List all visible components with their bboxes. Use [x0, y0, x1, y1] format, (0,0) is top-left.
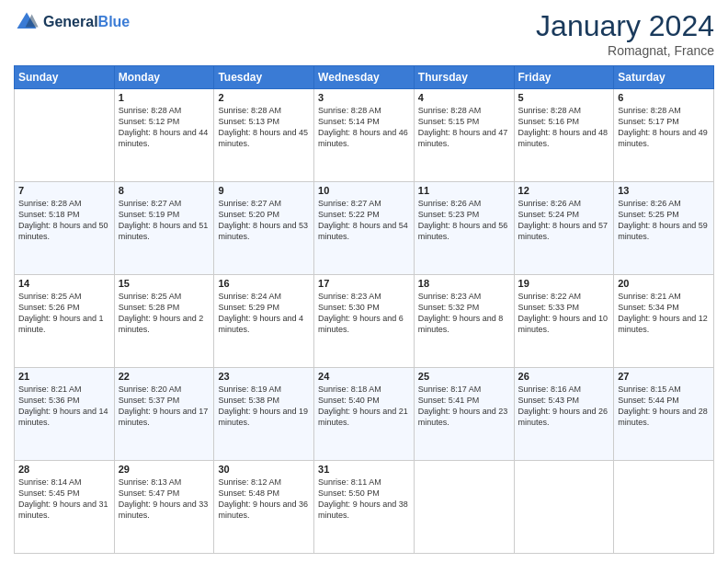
calendar-cell: 7Sunrise: 8:28 AMSunset: 5:18 PMDaylight… — [15, 182, 115, 275]
day-number: 15 — [119, 278, 210, 289]
calendar-day-header: Tuesday — [214, 66, 314, 89]
cell-info: Sunrise: 8:26 AMSunset: 5:24 PMDaylight:… — [518, 198, 610, 243]
calendar-header-row: SundayMondayTuesdayWednesdayThursdayFrid… — [15, 66, 714, 89]
calendar-cell: 22Sunrise: 8:20 AMSunset: 5:37 PMDayligh… — [114, 368, 214, 461]
day-number: 16 — [218, 278, 310, 289]
day-number: 30 — [218, 464, 310, 475]
calendar-week-row: 14Sunrise: 8:25 AMSunset: 5:26 PMDayligh… — [15, 275, 714, 368]
day-number: 1 — [119, 92, 210, 103]
logo: GeneralBlue — [14, 9, 130, 35]
calendar-week-row: 1Sunrise: 8:28 AMSunset: 5:12 PMDaylight… — [15, 89, 714, 182]
cell-info: Sunrise: 8:15 AMSunset: 5:44 PMDaylight:… — [618, 384, 710, 429]
day-number: 20 — [618, 278, 710, 289]
calendar-cell — [414, 461, 514, 554]
calendar-cell: 11Sunrise: 8:26 AMSunset: 5:23 PMDayligh… — [414, 182, 514, 275]
cell-info: Sunrise: 8:21 AMSunset: 5:34 PMDaylight:… — [618, 291, 710, 336]
calendar-cell: 1Sunrise: 8:28 AMSunset: 5:12 PMDaylight… — [114, 89, 214, 182]
calendar-day-header: Thursday — [414, 66, 514, 89]
calendar-cell: 21Sunrise: 8:21 AMSunset: 5:36 PMDayligh… — [15, 368, 115, 461]
cell-info: Sunrise: 8:22 AMSunset: 5:33 PMDaylight:… — [518, 291, 610, 336]
cell-info: Sunrise: 8:28 AMSunset: 5:18 PMDaylight:… — [18, 198, 110, 243]
calendar-day-header: Friday — [514, 66, 614, 89]
day-number: 28 — [18, 464, 110, 475]
calendar-cell: 24Sunrise: 8:18 AMSunset: 5:40 PMDayligh… — [314, 368, 415, 461]
calendar-cell: 28Sunrise: 8:14 AMSunset: 5:45 PMDayligh… — [15, 461, 115, 554]
location: Romagnat, France — [536, 43, 714, 58]
day-number: 5 — [518, 92, 610, 103]
calendar-cell — [514, 461, 614, 554]
cell-info: Sunrise: 8:21 AMSunset: 5:36 PMDaylight:… — [18, 384, 110, 429]
cell-info: Sunrise: 8:28 AMSunset: 5:12 PMDaylight:… — [119, 105, 210, 150]
day-number: 9 — [218, 185, 310, 196]
day-number: 3 — [318, 92, 410, 103]
calendar-cell: 3Sunrise: 8:28 AMSunset: 5:14 PMDaylight… — [314, 89, 415, 182]
day-number: 27 — [618, 371, 710, 382]
calendar-cell: 4Sunrise: 8:28 AMSunset: 5:15 PMDaylight… — [414, 89, 514, 182]
day-number: 25 — [418, 371, 510, 382]
calendar-cell: 16Sunrise: 8:24 AMSunset: 5:29 PMDayligh… — [214, 275, 314, 368]
calendar-cell: 13Sunrise: 8:26 AMSunset: 5:25 PMDayligh… — [614, 182, 714, 275]
title-area: January 2024 Romagnat, France — [536, 9, 714, 58]
calendar-cell: 17Sunrise: 8:23 AMSunset: 5:30 PMDayligh… — [314, 275, 415, 368]
cell-info: Sunrise: 8:19 AMSunset: 5:38 PMDaylight:… — [218, 384, 310, 429]
cell-info: Sunrise: 8:28 AMSunset: 5:17 PMDaylight:… — [618, 105, 710, 150]
day-number: 11 — [418, 185, 510, 196]
day-number: 8 — [119, 185, 210, 196]
cell-info: Sunrise: 8:11 AMSunset: 5:50 PMDaylight:… — [318, 477, 410, 522]
calendar-cell: 5Sunrise: 8:28 AMSunset: 5:16 PMDaylight… — [514, 89, 614, 182]
day-number: 13 — [618, 185, 710, 196]
calendar-cell: 27Sunrise: 8:15 AMSunset: 5:44 PMDayligh… — [614, 368, 714, 461]
day-number: 19 — [518, 278, 610, 289]
day-number: 6 — [618, 92, 710, 103]
calendar-day-header: Monday — [114, 66, 214, 89]
day-number: 24 — [318, 371, 410, 382]
page: GeneralBlue January 2024 Romagnat, Franc… — [0, 0, 728, 563]
day-number: 21 — [18, 371, 110, 382]
calendar-cell: 18Sunrise: 8:23 AMSunset: 5:32 PMDayligh… — [414, 275, 514, 368]
day-number: 29 — [119, 464, 210, 475]
calendar-table: SundayMondayTuesdayWednesdayThursdayFrid… — [14, 65, 714, 554]
calendar-cell: 19Sunrise: 8:22 AMSunset: 5:33 PMDayligh… — [514, 275, 614, 368]
logo-general: General — [43, 14, 98, 29]
calendar-week-row: 7Sunrise: 8:28 AMSunset: 5:18 PMDaylight… — [15, 182, 714, 275]
calendar-day-header: Sunday — [15, 66, 115, 89]
day-number: 23 — [218, 371, 310, 382]
calendar-cell: 8Sunrise: 8:27 AMSunset: 5:19 PMDaylight… — [114, 182, 214, 275]
calendar-cell: 10Sunrise: 8:27 AMSunset: 5:22 PMDayligh… — [314, 182, 415, 275]
logo-icon — [14, 9, 40, 35]
cell-info: Sunrise: 8:16 AMSunset: 5:43 PMDaylight:… — [518, 384, 610, 429]
logo-text: GeneralBlue — [43, 14, 130, 30]
day-number: 26 — [518, 371, 610, 382]
cell-info: Sunrise: 8:23 AMSunset: 5:32 PMDaylight:… — [418, 291, 510, 336]
calendar-cell — [15, 89, 115, 182]
day-number: 17 — [318, 278, 410, 289]
cell-info: Sunrise: 8:27 AMSunset: 5:19 PMDaylight:… — [119, 198, 210, 243]
calendar-cell: 12Sunrise: 8:26 AMSunset: 5:24 PMDayligh… — [514, 182, 614, 275]
day-number: 31 — [318, 464, 410, 475]
cell-info: Sunrise: 8:27 AMSunset: 5:22 PMDaylight:… — [318, 198, 410, 243]
calendar-week-row: 28Sunrise: 8:14 AMSunset: 5:45 PMDayligh… — [15, 461, 714, 554]
calendar-day-header: Wednesday — [314, 66, 415, 89]
cell-info: Sunrise: 8:12 AMSunset: 5:48 PMDaylight:… — [218, 477, 310, 522]
day-number: 7 — [18, 185, 110, 196]
cell-info: Sunrise: 8:24 AMSunset: 5:29 PMDaylight:… — [218, 291, 310, 336]
calendar-cell: 2Sunrise: 8:28 AMSunset: 5:13 PMDaylight… — [214, 89, 314, 182]
cell-info: Sunrise: 8:20 AMSunset: 5:37 PMDaylight:… — [119, 384, 210, 429]
calendar-cell — [614, 461, 714, 554]
cell-info: Sunrise: 8:25 AMSunset: 5:26 PMDaylight:… — [18, 291, 110, 336]
calendar-cell: 29Sunrise: 8:13 AMSunset: 5:47 PMDayligh… — [114, 461, 214, 554]
day-number: 10 — [318, 185, 410, 196]
header: GeneralBlue January 2024 Romagnat, Franc… — [14, 9, 714, 58]
calendar-cell: 25Sunrise: 8:17 AMSunset: 5:41 PMDayligh… — [414, 368, 514, 461]
cell-info: Sunrise: 8:23 AMSunset: 5:30 PMDaylight:… — [318, 291, 410, 336]
cell-info: Sunrise: 8:28 AMSunset: 5:13 PMDaylight:… — [218, 105, 310, 150]
calendar-cell: 6Sunrise: 8:28 AMSunset: 5:17 PMDaylight… — [614, 89, 714, 182]
cell-info: Sunrise: 8:13 AMSunset: 5:47 PMDaylight:… — [119, 477, 210, 522]
cell-info: Sunrise: 8:27 AMSunset: 5:20 PMDaylight:… — [218, 198, 310, 243]
month-title: January 2024 — [536, 9, 714, 43]
logo-blue-text: Blue — [98, 14, 131, 29]
day-number: 2 — [218, 92, 310, 103]
day-number: 22 — [119, 371, 210, 382]
day-number: 12 — [518, 185, 610, 196]
cell-info: Sunrise: 8:28 AMSunset: 5:15 PMDaylight:… — [418, 105, 510, 150]
